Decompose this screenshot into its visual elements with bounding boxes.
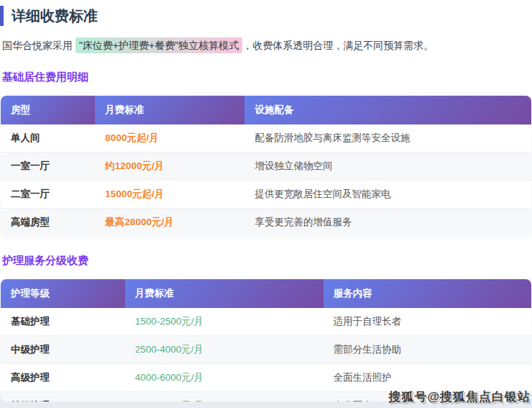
table-header-row: 房型 月费标准 设施配备 xyxy=(1,96,531,124)
room-type-cell: 一室一厅 xyxy=(1,153,95,181)
price-cell: 最高28000元/月 xyxy=(95,209,244,236)
column-header-service-content: 服务内容 xyxy=(324,279,531,308)
service-cell: 全面生活照护 xyxy=(324,364,531,392)
service-cell: 适用于自理长者 xyxy=(324,308,531,336)
column-header-monthly-fee: 月费标准 xyxy=(95,96,244,124)
table-row: 中级护理 2500-4000元/月 需部分生活协助 xyxy=(1,336,531,364)
table-header-row: 护理等级 月费标准 服务内容 xyxy=(1,279,531,308)
care-level-cell: 中级护理 xyxy=(1,336,125,364)
intro-prefix: 国华合悦家采用 xyxy=(2,40,75,51)
content-card: 详细收费标准 国华合悦家采用 "床位费+护理费+餐费"独立核算模式，收费体系透明… xyxy=(0,0,532,402)
price-cell: 4000-6000元/月 xyxy=(125,364,324,392)
price-cell: 约12000元/月 xyxy=(95,153,244,181)
room-type-cell: 二室一厅 xyxy=(1,181,95,209)
price-cell: 8000元起/月 xyxy=(95,124,244,153)
intro-paragraph: 国华合悦家采用 "床位费+护理费+餐费"独立核算模式，收费体系透明合理，满足不同… xyxy=(2,38,531,54)
price-cell: 15000元起/月 xyxy=(95,181,244,209)
facilities-cell: 享受更完善的增值服务 xyxy=(244,209,531,236)
table-row: 单人间 8000元起/月 配备防滑地胶与离床监测等安全设施 xyxy=(1,124,531,153)
care-level-cell: 基础护理 xyxy=(1,308,125,336)
price-cell: 2500-4000元/月 xyxy=(125,336,324,364)
facilities-cell: 提供更宽敞居住空间及智能家电 xyxy=(244,181,531,209)
care-level-cell: 高级护理 xyxy=(1,364,125,392)
section-heading-nursing: 护理服务分级收费 xyxy=(2,254,531,268)
column-header-facilities: 设施配备 xyxy=(244,96,531,124)
room-type-cell: 高端房型 xyxy=(1,209,95,236)
page-title: 详细收费标准 xyxy=(0,6,531,26)
section-heading-housing: 基础居住费用明细 xyxy=(2,71,531,84)
table-row: 一室一厅 约12000元/月 增设独立储物空间 xyxy=(1,153,531,181)
column-header-room-type: 房型 xyxy=(1,96,95,124)
nursing-fee-table: 护理等级 月费标准 服务内容 基础护理 1500-2500元/月 适用于自理长者… xyxy=(1,279,531,402)
facilities-cell: 配备防滑地胶与离床监测等安全设施 xyxy=(244,124,531,153)
table-row: 高级护理 4000-6000元/月 全面生活照护 xyxy=(1,364,531,392)
column-header-monthly-fee: 月费标准 xyxy=(125,279,324,308)
intro-suffix: ，收费体系透明合理，满足不同预算需求。 xyxy=(242,40,434,51)
price-cell: 6000-8000元/月 xyxy=(125,392,324,402)
service-cell: 需部分生活协助 xyxy=(324,336,531,364)
table-row: 二室一厅 15000元起/月 提供更宽敞居住空间及智能家电 xyxy=(1,181,531,209)
sohu-watermark: 搜狐号@搜狐焦点白银站 xyxy=(388,389,531,405)
facilities-cell: 增设独立储物空间 xyxy=(244,153,531,181)
table-row: 高端房型 最高28000元/月 享受更完善的增值服务 xyxy=(1,209,531,236)
intro-highlight: "床位费+护理费+餐费"独立核算模式 xyxy=(75,37,242,53)
room-type-cell: 单人间 xyxy=(1,124,95,153)
column-header-care-level: 护理等级 xyxy=(1,279,125,308)
care-level-cell: 特级护理 xyxy=(1,392,125,402)
housing-fee-table: 房型 月费标准 设施配备 单人间 8000元起/月 配备防滑地胶与离床监测等安全… xyxy=(1,96,531,236)
table-row: 基础护理 1500-2500元/月 适用于自理长者 xyxy=(1,308,531,336)
price-cell: 1500-2500元/月 xyxy=(125,308,324,336)
